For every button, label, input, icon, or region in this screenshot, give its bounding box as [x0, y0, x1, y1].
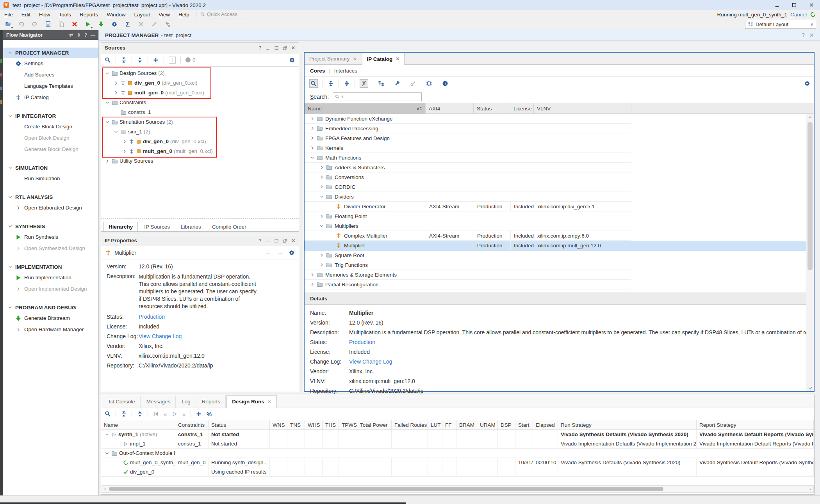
column-header-report-strategy[interactable]: Report Strategy	[697, 420, 814, 429]
column-header-run-strategy[interactable]: Run Strategy	[558, 420, 697, 429]
design-run-row[interactable]: synth_1(active)constrs_1Not startedVivad…	[101, 430, 814, 439]
column-header-ths[interactable]: THS	[323, 420, 339, 429]
subtab-cores[interactable]: Cores	[310, 68, 325, 74]
forward-arrow-icon[interactable]: →	[277, 249, 283, 256]
catalog-row[interactable]: Embedded Processing	[305, 124, 814, 133]
catalog-row[interactable]: Dividers	[305, 192, 814, 202]
column-header-elapsed[interactable]: Elapsed	[533, 420, 558, 429]
column-header-vlnv[interactable]: VLNV	[534, 103, 631, 114]
column-header-whs[interactable]: WHS	[305, 420, 323, 429]
tab-project-summary[interactable]: Project Summary✕	[305, 53, 362, 64]
maximize-panel-icon[interactable]	[274, 238, 279, 243]
maximize-panel-icon[interactable]	[274, 46, 279, 50]
details-value[interactable]: View Change Log	[349, 358, 392, 365]
flow-nav-section-rtl-analysis[interactable]: RTL ANALYSIS	[3, 192, 98, 202]
chevron-down-icon[interactable]	[319, 194, 324, 200]
catalog-vertical-scrollbar[interactable]	[806, 114, 814, 391]
copy-button[interactable]	[58, 21, 65, 28]
chevron-right-icon[interactable]	[319, 184, 324, 190]
flow-nav-item-generate-bitstream[interactable]: Generate Bitstream	[3, 312, 98, 324]
column-header-license[interactable]: License	[510, 103, 534, 114]
sources-tree-item[interactable]: Constraints	[101, 98, 299, 107]
design-run-row[interactable]: mult_gen_0_synth_1mult_gen_0Running synt…	[101, 458, 814, 467]
sources-tree-item[interactable]: mult_gen_0(mult_gen_0.xci)	[101, 88, 299, 98]
menu-file[interactable]: File	[0, 12, 17, 18]
menu-window[interactable]: Window	[102, 12, 130, 18]
chevron-right-icon[interactable]	[309, 116, 315, 122]
chevron-right-icon[interactable]	[121, 138, 127, 144]
chevron-right-icon[interactable]	[104, 158, 110, 164]
property-value[interactable]: Production	[139, 314, 165, 320]
open-project-button[interactable]	[5, 21, 12, 28]
sources-tab-compile-order[interactable]: Compile Order	[207, 222, 251, 231]
column-header-axi4[interactable]: AXI4	[426, 103, 474, 114]
generate-bitstream-button[interactable]	[98, 21, 105, 28]
help-icon[interactable]: ?	[84, 32, 87, 38]
edit-disabled-button[interactable]	[151, 21, 158, 28]
column-header-failed-routes[interactable]: Failed Routes	[392, 420, 428, 429]
chevron-right-icon[interactable]	[309, 135, 315, 141]
menu-help[interactable]: Help	[174, 12, 194, 18]
menu-tools[interactable]: Tools	[55, 12, 76, 18]
column-header-status[interactable]: Status	[474, 103, 510, 114]
column-header-total-power[interactable]: Total Power	[357, 420, 392, 429]
chevron-right-icon[interactable]	[113, 80, 119, 86]
flow-nav-item-create-block-design[interactable]: Create Block Design	[3, 121, 98, 132]
design-run-row[interactable]: Out-of-Context Module Runs	[101, 449, 814, 458]
create-runs-icon[interactable]	[196, 411, 202, 417]
column-header-constraints[interactable]: Constraints	[175, 420, 209, 429]
float-panel-icon[interactable]	[283, 46, 287, 50]
run-button[interactable]	[84, 21, 91, 28]
collapse-all-icon[interactable]	[328, 80, 334, 87]
maximize-window-button[interactable]	[786, 0, 803, 10]
column-header-bram[interactable]: BRAM	[456, 420, 477, 429]
menu-flow[interactable]: Flow	[35, 12, 55, 18]
column-header-dsp[interactable]: DSP	[498, 420, 515, 429]
column-header-uram[interactable]: URAM	[477, 420, 498, 429]
collapse-all-icon[interactable]	[121, 411, 127, 417]
cancel-run-button[interactable]	[71, 21, 78, 28]
chevron-right-icon[interactable]	[309, 145, 315, 151]
help-icon[interactable]: ?	[259, 45, 262, 51]
close-window-button[interactable]: ✕	[803, 0, 820, 10]
flow-nav-item-settings[interactable]: Settings	[3, 58, 98, 69]
flow-nav-item-open-hardware-manager[interactable]: Open Hardware Manager	[3, 324, 98, 335]
sources-tree-item[interactable]: div_gen_0(div_gen_0.xci)	[101, 78, 299, 88]
close-icon[interactable]: ✕	[809, 32, 814, 38]
catalog-row[interactable]: Complex MultiplierAXI4-StreamProductionI…	[305, 231, 814, 241]
catalog-row[interactable]: Square Root	[305, 250, 814, 260]
help-icon[interactable]: ?	[802, 32, 805, 38]
tab-ip-catalog[interactable]: IP Catalog✕	[362, 53, 405, 65]
catalog-search-input[interactable]: ▾	[333, 92, 422, 101]
menu-edit[interactable]: Edit	[17, 12, 35, 18]
column-header-tpws[interactable]: TPWS	[339, 420, 357, 429]
tab-messages[interactable]: Messages	[141, 396, 176, 408]
flow-nav-section-implementation[interactable]: IMPLEMENTATION	[3, 262, 98, 272]
flow-nav-section-synthesis[interactable]: SYNTHESIS	[3, 221, 98, 231]
chevron-right-icon[interactable]	[319, 165, 324, 170]
chevron-right-icon[interactable]	[309, 282, 315, 287]
layout-selector[interactable]: Default Layout ∨	[745, 20, 816, 29]
scroll-left-icon[interactable]: ‹	[102, 486, 108, 492]
flow-nav-item-open-synthesized-design[interactable]: Open Synthesized Design	[3, 243, 98, 254]
flow-nav-section-project-manager[interactable]: PROJECT MANAGER	[3, 48, 98, 58]
quick-access-input[interactable]: Quick Access	[199, 11, 253, 18]
cancel-disabled-button[interactable]	[137, 21, 144, 28]
sum-button[interactable]: Σ	[124, 21, 131, 28]
filter-icon[interactable]	[360, 79, 368, 88]
chevron-right-icon[interactable]	[309, 272, 315, 278]
undo-button[interactable]	[18, 21, 25, 28]
expand-collapse-icon[interactable]: ⇕	[77, 32, 81, 38]
chevron-down-icon[interactable]	[104, 450, 110, 456]
column-header-wns[interactable]: WNS	[270, 420, 287, 429]
percent-icon[interactable]: %	[207, 411, 212, 417]
column-header-lut[interactable]: LUT	[428, 420, 442, 429]
back-arrow-icon[interactable]: ←	[265, 249, 271, 256]
settings-gear-icon[interactable]	[289, 250, 295, 256]
close-tab-icon[interactable]: ✕	[396, 56, 399, 62]
chevron-right-icon[interactable]	[319, 174, 324, 180]
flow-nav-item-generate-block-design[interactable]: Generate Block Design	[3, 144, 98, 155]
subtab-interfaces[interactable]: Interfaces	[334, 68, 357, 74]
catalog-row[interactable]: CORDIC	[305, 182, 814, 192]
cancel-run-link[interactable]: Cancel	[790, 12, 807, 18]
